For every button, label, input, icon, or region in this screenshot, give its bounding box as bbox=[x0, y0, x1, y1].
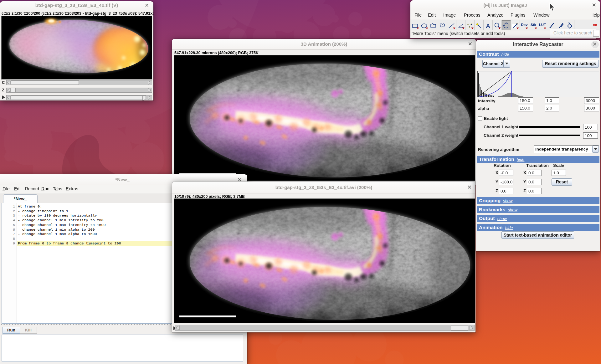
svg-text:A: A bbox=[486, 23, 490, 29]
